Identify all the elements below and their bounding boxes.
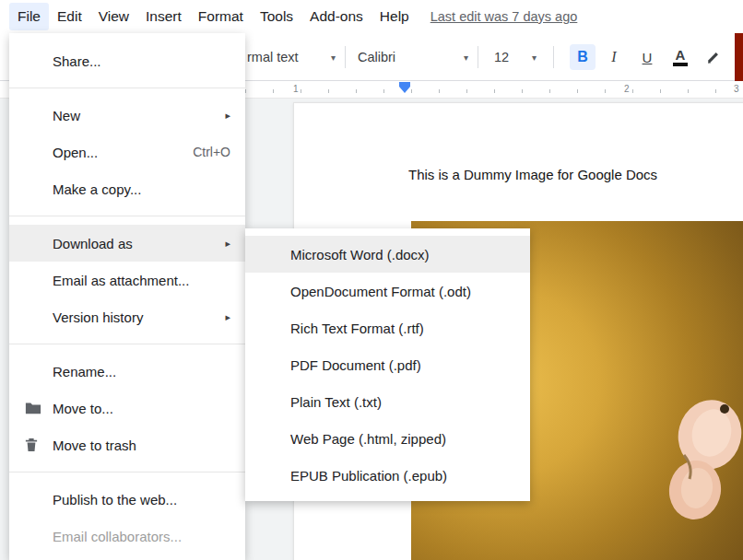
ruler-mark: 2 bbox=[624, 84, 630, 94]
menu-item-move-to-trash[interactable]: Move to trash bbox=[9, 426, 245, 463]
italic-button[interactable]: I bbox=[601, 44, 627, 70]
text-color-button[interactable]: A bbox=[667, 44, 693, 70]
trash-icon bbox=[25, 438, 38, 453]
indent-marker[interactable] bbox=[399, 82, 410, 93]
left-indent-marker[interactable] bbox=[399, 87, 410, 93]
menu-item-move-to[interactable]: Move to... bbox=[9, 390, 245, 426]
file-menu: Share... New ▸ Open... Ctrl+O Make a cop… bbox=[9, 33, 245, 560]
document-paragraph[interactable]: This is a Dummy Image for Google Docs bbox=[408, 167, 657, 182]
submenu-item-docx[interactable]: Microsoft Word (.docx) bbox=[245, 236, 530, 273]
google-docs-window: This is a Dummy Image for Google Docs rm… bbox=[0, 0, 743, 560]
paragraph-style-selector[interactable]: rmal text ▾ bbox=[247, 33, 336, 81]
menu-item-label: Email collaborators... bbox=[53, 529, 182, 544]
submenu-item-txt[interactable]: Plain Text (.txt) bbox=[245, 383, 530, 420]
font-selector-value: Calibri bbox=[358, 50, 395, 64]
menu-item-share[interactable]: Share... bbox=[9, 42, 245, 79]
menu-add-ons[interactable]: Add-ons bbox=[301, 3, 372, 30]
ruler-ticks bbox=[245, 89, 743, 93]
menu-item-label: Email as attachment... bbox=[53, 273, 189, 288]
submenu-item-label: Microsoft Word (.docx) bbox=[290, 247, 430, 262]
ruler-mark: 3 bbox=[734, 84, 739, 94]
menu-item-new[interactable]: New ▸ bbox=[9, 97, 245, 134]
chevron-down-icon: ▾ bbox=[532, 52, 537, 63]
paint-format-icon[interactable] bbox=[701, 44, 726, 70]
menu-item-make-a-copy[interactable]: Make a copy... bbox=[9, 170, 245, 207]
style-selector-value: rmal text bbox=[247, 50, 299, 64]
chevron-down-icon: ▾ bbox=[331, 52, 336, 63]
shortcut-label: Ctrl+O bbox=[193, 145, 230, 159]
menu-item-open[interactable]: Open... Ctrl+O bbox=[9, 134, 245, 170]
menu-item-label: Version history bbox=[53, 309, 143, 325]
menu-view[interactable]: View bbox=[90, 3, 137, 30]
submenu-arrow-icon: ▸ bbox=[225, 238, 230, 250]
toolbar-divider bbox=[345, 46, 346, 68]
submenu-item-label: OpenDocument Format (.odt) bbox=[290, 284, 471, 299]
submenu-item-rtf[interactable]: Rich Text Format (.rtf) bbox=[245, 309, 530, 346]
submenu-item-label: Web Page (.html, zipped) bbox=[290, 431, 446, 447]
menu-item-version-history[interactable]: Version history ▸ bbox=[9, 298, 245, 335]
underline-glyph: U bbox=[643, 50, 653, 65]
last-edit-link[interactable]: Last edit was 7 days ago bbox=[430, 9, 578, 24]
submenu-item-epub[interactable]: EPUB Publication (.epub) bbox=[245, 457, 530, 494]
menu-edit[interactable]: Edit bbox=[49, 3, 90, 30]
menu-item-label: Rename... bbox=[53, 364, 116, 379]
pen-icon bbox=[705, 49, 722, 65]
submenu-item-label: Rich Text Format (.rtf) bbox=[290, 321, 424, 336]
submenu-item-label: PDF Document (.pdf) bbox=[290, 357, 421, 373]
menu-item-rename[interactable]: Rename... bbox=[9, 353, 245, 390]
font-size-value: 12 bbox=[494, 50, 509, 64]
submenu-arrow-icon: ▸ bbox=[225, 110, 230, 122]
submenu-item-label: EPUB Publication (.epub) bbox=[290, 468, 447, 484]
menu-item-label: Make a copy... bbox=[53, 181, 141, 197]
menu-item-email-collaborators: Email collaborators... bbox=[9, 518, 245, 554]
bold-button[interactable]: B bbox=[570, 44, 596, 70]
menu-divider bbox=[9, 88, 245, 88]
submenu-item-odt[interactable]: OpenDocument Format (.odt) bbox=[245, 273, 530, 309]
menu-insert[interactable]: Insert bbox=[137, 3, 190, 30]
menu-item-download-as[interactable]: Download as ▸ bbox=[9, 225, 245, 262]
menu-item-label: Move to trash bbox=[53, 438, 136, 453]
menu-tools[interactable]: Tools bbox=[252, 3, 301, 30]
ruler-mark: 1 bbox=[293, 84, 299, 94]
submenu-item-label: Plain Text (.txt) bbox=[290, 394, 382, 410]
toolbar-divider bbox=[553, 46, 554, 68]
font-size-selector[interactable]: 12 ▾ bbox=[494, 33, 537, 81]
menu-item-label: Open... bbox=[53, 145, 98, 160]
chevron-down-icon: ▾ bbox=[464, 52, 468, 63]
text-color-glyph: A bbox=[676, 48, 686, 62]
menu-help[interactable]: Help bbox=[372, 3, 418, 30]
butterfly-image bbox=[656, 391, 743, 531]
submenu-arrow-icon: ▸ bbox=[225, 311, 230, 323]
font-selector[interactable]: Calibri ▾ bbox=[358, 33, 468, 81]
menu-item-label: Move to... bbox=[53, 401, 113, 416]
menu-divider bbox=[9, 216, 245, 216]
submenu-item-html-zipped[interactable]: Web Page (.html, zipped) bbox=[245, 420, 530, 457]
underline-button[interactable]: U bbox=[634, 44, 660, 70]
menu-item-publish-to-web[interactable]: Publish to the web... bbox=[9, 481, 245, 518]
menu-format[interactable]: Format bbox=[190, 3, 252, 30]
folder-icon bbox=[25, 402, 41, 415]
submenu-item-pdf[interactable]: PDF Document (.pdf) bbox=[245, 346, 530, 383]
menu-bar: File Edit View Insert Format Tools Add-o… bbox=[0, 0, 743, 33]
menu-divider bbox=[9, 344, 245, 344]
download-as-submenu: Microsoft Word (.docx) OpenDocument Form… bbox=[245, 228, 530, 501]
menu-divider bbox=[9, 472, 245, 472]
clipped-red-element bbox=[735, 29, 743, 81]
menu-item-label: Publish to the web... bbox=[53, 492, 177, 508]
menu-item-label: Download as bbox=[53, 236, 133, 251]
menu-item-email-as-attachment[interactable]: Email as attachment... bbox=[9, 262, 245, 298]
toolbar-divider bbox=[478, 46, 478, 68]
menu-item-label: Share... bbox=[53, 53, 101, 69]
menu-file[interactable]: File bbox=[9, 3, 49, 30]
menu-item-label: New bbox=[53, 108, 80, 123]
text-color-bar bbox=[673, 63, 688, 66]
